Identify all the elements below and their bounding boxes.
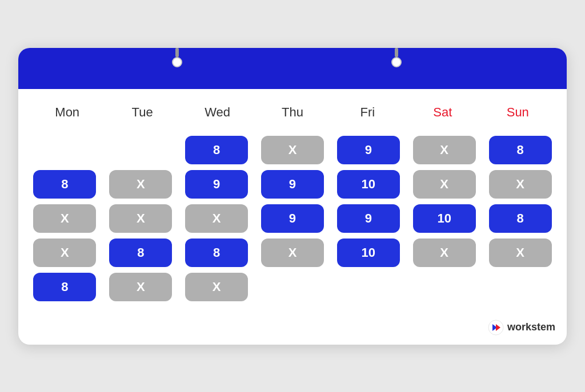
day-headers: MonTueWedThuFriSatSun (30, 98, 555, 127)
badge-row3-col1[interactable]: 8 (109, 239, 172, 267)
badge-row3-col0[interactable]: X (33, 239, 96, 267)
badge-row2-col4[interactable]: 9 (337, 204, 400, 233)
badge-row4-col1[interactable]: X (109, 273, 172, 301)
cell-row2-col0[interactable]: X (30, 204, 100, 233)
cell-row4-col1[interactable]: X (106, 273, 176, 301)
badge-row1-col5[interactable]: X (413, 170, 476, 199)
cell-row3-col6[interactable]: X (485, 239, 555, 267)
pin-head-left (172, 57, 182, 67)
cell-row2-col1[interactable]: X (106, 204, 176, 233)
calendar-footer: workstem (18, 315, 567, 345)
badge-row0-col3[interactable]: X (261, 136, 324, 164)
cell-row2-col2[interactable]: X (182, 204, 252, 233)
badge-row0-col4[interactable]: 9 (337, 136, 400, 164)
day-header-mon: Mon (30, 98, 105, 127)
cell-row3-col1[interactable]: 8 (106, 239, 176, 267)
cell-row0-col1 (106, 136, 176, 164)
badge-row2-col0[interactable]: X (33, 204, 96, 233)
empty-row0-col0 (33, 136, 96, 164)
day-header-wed: Wed (180, 98, 255, 127)
cell-row2-col4[interactable]: 9 (333, 204, 403, 233)
day-header-tue: Tue (105, 98, 179, 127)
day-header-fri: Fri (330, 98, 405, 127)
badge-row1-col6[interactable]: X (489, 170, 552, 199)
calendar: MonTueWedThuFriSatSun 8X9X88X9910XXXXX99… (18, 48, 567, 345)
cell-row1-col4[interactable]: 10 (333, 170, 403, 199)
cell-row2-col5[interactable]: 10 (409, 204, 479, 233)
workstem-icon (488, 320, 504, 336)
badge-row4-col2[interactable]: X (185, 273, 248, 301)
cell-row4-col3 (258, 273, 328, 301)
empty-row4-col3 (261, 273, 324, 301)
cell-row2-col3[interactable]: 9 (258, 204, 328, 233)
pin-left (172, 48, 182, 68)
badge-row1-col3[interactable]: 9 (261, 170, 324, 199)
badge-row3-col3[interactable]: X (261, 239, 324, 267)
cell-row4-col2[interactable]: X (182, 273, 252, 301)
cell-row4-col5 (409, 273, 479, 301)
empty-row4-col6 (489, 273, 552, 301)
day-header-thu: Thu (255, 98, 330, 127)
cell-row0-col5[interactable]: X (409, 136, 479, 164)
cell-row1-col3[interactable]: 9 (258, 170, 328, 199)
badge-row2-col3[interactable]: 9 (261, 204, 324, 233)
cell-row3-col4[interactable]: 10 (333, 239, 403, 267)
badge-row1-col0[interactable]: 8 (33, 170, 96, 199)
cell-row4-col6 (485, 273, 555, 301)
badge-row2-col6[interactable]: 8 (489, 204, 552, 233)
badge-row2-col2[interactable]: X (185, 204, 248, 233)
badge-row1-col4[interactable]: 10 (337, 170, 400, 199)
cell-row2-col6[interactable]: 8 (485, 204, 555, 233)
badge-row3-col2[interactable]: 8 (185, 239, 248, 267)
empty-row0-col1 (109, 136, 172, 164)
cell-row0-col2[interactable]: 8 (182, 136, 252, 164)
cell-row3-col2[interactable]: 8 (182, 239, 252, 267)
pin-neck-right (395, 48, 398, 57)
cell-row1-col0[interactable]: 8 (30, 170, 100, 199)
badge-row3-col5[interactable]: X (413, 239, 476, 267)
brand-name: workstem (507, 321, 555, 333)
cell-row0-col3[interactable]: X (258, 136, 328, 164)
empty-row4-col4 (337, 273, 400, 301)
pin-head-right (391, 57, 402, 67)
calendar-body: MonTueWedThuFriSatSun 8X9X88X9910XXXXX99… (18, 89, 567, 315)
badge-row0-col2[interactable]: 8 (185, 136, 248, 164)
empty-row4-col5 (413, 273, 476, 301)
cell-row3-col3[interactable]: X (258, 239, 328, 267)
badge-row4-col0[interactable]: 8 (33, 273, 96, 301)
badge-row1-col1[interactable]: X (109, 170, 172, 199)
workstem-logo: workstem (488, 320, 555, 336)
cell-row0-col4[interactable]: 9 (333, 136, 403, 164)
calendar-grid: 8X9X88X9910XXXXX99108X88X10XX8XX (30, 136, 555, 301)
badge-row3-col6[interactable]: X (489, 239, 552, 267)
badge-row0-col5[interactable]: X (413, 136, 476, 164)
pin-neck-left (175, 48, 179, 57)
badge-row2-col5[interactable]: 10 (413, 204, 476, 233)
cell-row3-col0[interactable]: X (30, 239, 100, 267)
calendar-header (18, 48, 567, 89)
badge-row3-col4[interactable]: 10 (337, 239, 400, 267)
badge-row1-col2[interactable]: 9 (185, 170, 248, 199)
day-header-sun: Sun (480, 98, 555, 127)
cell-row1-col2[interactable]: 9 (182, 170, 252, 199)
cell-row0-col6[interactable]: 8 (485, 136, 555, 164)
cell-row1-col1[interactable]: X (106, 170, 176, 199)
day-header-sat: Sat (405, 98, 480, 127)
badge-row0-col6[interactable]: 8 (489, 136, 552, 164)
cell-row3-col5[interactable]: X (409, 239, 479, 267)
cell-row1-col5[interactable]: X (409, 170, 479, 199)
cell-row4-col4 (333, 273, 403, 301)
cell-row0-col0 (30, 136, 100, 164)
cell-row1-col6[interactable]: X (485, 170, 555, 199)
pin-right (391, 48, 402, 68)
cell-row4-col0[interactable]: 8 (30, 273, 100, 301)
badge-row2-col1[interactable]: X (109, 204, 172, 233)
